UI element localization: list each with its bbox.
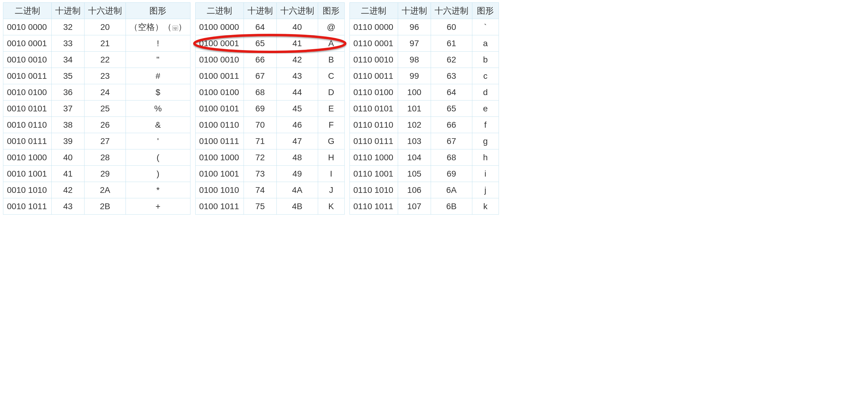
table-row: 0110 00019761a <box>349 35 499 52</box>
cell-hex: 61 <box>431 35 472 52</box>
ascii-table-block-2: 二进制十进制十六进制图形0100 00006440@0100 00016541A… <box>195 2 345 215</box>
cell-hex: 65 <box>431 100 472 117</box>
cell-glyph: H <box>318 149 344 166</box>
cell-hex: 6A <box>431 182 472 198</box>
cell-hex: 6B <box>431 198 472 215</box>
cell-hex: 25 <box>85 100 126 117</box>
cell-hex: 24 <box>85 84 126 100</box>
cell-dec: 104 <box>398 149 431 166</box>
table-row: 0110 010010064d <box>349 84 499 100</box>
cell-hex: 66 <box>431 117 472 133</box>
cell-hex: 40 <box>276 19 318 35</box>
cell-hex: 22 <box>85 52 126 68</box>
cell-hex: 4B <box>276 198 318 215</box>
col-header-dec: 十进制 <box>52 3 85 19</box>
table-row: 0010 00003220（空格）（sp） <box>3 19 190 35</box>
cell-glyph: # <box>126 68 190 84</box>
table-row: 0010 1011432B+ <box>3 198 190 215</box>
col-header-bin: 二进制 <box>3 3 52 19</box>
cell-glyph: c <box>472 68 499 84</box>
cell-hex: 69 <box>431 166 472 182</box>
cell-bin: 0110 0101 <box>349 100 398 117</box>
table-row: 0100 01006844D <box>195 84 344 100</box>
cell-bin: 0010 1011 <box>3 198 52 215</box>
cell-bin: 0110 0011 <box>349 68 398 84</box>
cell-glyph: E <box>318 100 344 117</box>
cell-glyph: ( <box>126 149 190 166</box>
cell-bin: 0100 0001 <box>195 35 244 52</box>
table-row: 0100 01117147G <box>195 133 344 149</box>
cell-glyph: % <box>126 100 190 117</box>
cell-hex: 21 <box>85 35 126 52</box>
table-row: 0010 00013321! <box>3 35 190 52</box>
cell-bin: 0100 0000 <box>195 19 244 35</box>
cell-dec: 37 <box>52 100 85 117</box>
cell-dec: 36 <box>52 84 85 100</box>
cell-glyph: ` <box>472 19 499 35</box>
cell-bin: 0110 1000 <box>349 149 398 166</box>
cell-bin: 0100 0110 <box>195 117 244 133</box>
cell-bin: 0110 0100 <box>349 84 398 100</box>
col-header-dec: 十进制 <box>244 3 276 19</box>
table-row: 0010 1010422A* <box>3 182 190 198</box>
cell-glyph: @ <box>318 19 344 35</box>
cell-glyph: * <box>126 182 190 198</box>
cell-bin: 0110 0001 <box>349 35 398 52</box>
cell-dec: 74 <box>244 182 276 198</box>
cell-glyph: e <box>472 100 499 117</box>
cell-bin: 0100 0011 <box>195 68 244 84</box>
cell-hex: 20 <box>85 19 126 35</box>
table-row: 0110 010110165e <box>349 100 499 117</box>
col-header-bin: 二进制 <box>195 3 244 19</box>
cell-dec: 35 <box>52 68 85 84</box>
table-row: 0100 00116743C <box>195 68 344 84</box>
cell-glyph: C <box>318 68 344 84</box>
cell-hex: 63 <box>431 68 472 84</box>
ascii-table: 二进制十进制十六进制图形0010 00003220（空格）（sp）0010 00… <box>3 2 190 215</box>
table-row: 0110 100010468h <box>349 149 499 166</box>
table-row: 0100 00106642B <box>195 52 344 68</box>
cell-hex: 67 <box>431 133 472 149</box>
cell-glyph: & <box>126 117 190 133</box>
table-row: 0110 011110367g <box>349 133 499 149</box>
cell-bin: 0010 1000 <box>3 149 52 166</box>
cell-dec: 65 <box>244 35 276 52</box>
cell-dec: 43 <box>52 198 85 215</box>
ascii-table: 二进制十进制十六进制图形0110 00009660`0110 00019761a… <box>349 2 499 215</box>
cell-hex: 62 <box>431 52 472 68</box>
cell-glyph: A <box>318 35 344 52</box>
cell-glyph: a <box>472 35 499 52</box>
cell-dec: 106 <box>398 182 431 198</box>
cell-dec: 75 <box>244 198 276 215</box>
cell-hex: 47 <box>276 133 318 149</box>
cell-dec: 96 <box>398 19 431 35</box>
cell-bin: 0100 1001 <box>195 166 244 182</box>
cell-glyph: I <box>318 166 344 182</box>
cell-bin: 0010 0100 <box>3 84 52 100</box>
cell-glyph: i <box>472 166 499 182</box>
cell-bin: 0110 0010 <box>349 52 398 68</box>
cell-glyph: ! <box>126 35 190 52</box>
cell-bin: 0010 0000 <box>3 19 52 35</box>
cell-dec: 107 <box>398 198 431 215</box>
cell-glyph: G <box>318 133 344 149</box>
space-label-prefix: （空格）（ <box>129 22 172 32</box>
cell-dec: 64 <box>244 19 276 35</box>
cell-bin: 0010 0101 <box>3 100 52 117</box>
cell-dec: 100 <box>398 84 431 100</box>
cell-glyph: g <box>472 133 499 149</box>
cell-hex: 60 <box>431 19 472 35</box>
cell-hex: 23 <box>85 68 126 84</box>
cell-glyph: k <box>472 198 499 215</box>
table-row: 0010 01103826& <box>3 117 190 133</box>
col-header-bin: 二进制 <box>349 3 398 19</box>
table-row: 0010 01113927' <box>3 133 190 149</box>
table-row: 0010 01013725% <box>3 100 190 117</box>
cell-dec: 39 <box>52 133 85 149</box>
cell-hex: 44 <box>276 84 318 100</box>
table-row: 0110 00109862b <box>349 52 499 68</box>
table-row: 0110 10111076Bk <box>349 198 499 215</box>
col-header-hex: 十六进制 <box>85 3 126 19</box>
cell-hex: 68 <box>431 149 472 166</box>
cell-hex: 45 <box>276 100 318 117</box>
